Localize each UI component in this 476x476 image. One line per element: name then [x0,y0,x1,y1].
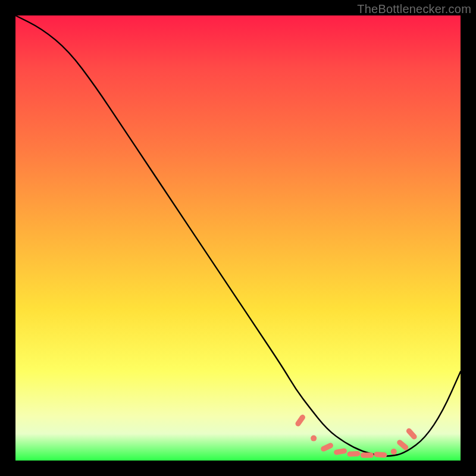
marker-dash [361,453,374,458]
marker-dot [391,449,397,455]
marker-dash [347,451,360,457]
watermark-text: TheBottlenecker.com [357,2,471,16]
marker-dash [374,452,387,458]
marker-dash [333,448,347,456]
chart-svg [15,15,461,461]
marker-layer [295,414,418,458]
marker-dot [311,436,317,441]
marker-dash [396,439,409,451]
curve-layer [15,15,461,456]
marker-dash [295,414,306,427]
plot-area [15,15,461,461]
chart-frame: TheBottlenecker.com [0,0,476,476]
marker-dash [405,427,418,440]
marker-dash [320,442,334,452]
bottleneck-curve [15,15,461,456]
